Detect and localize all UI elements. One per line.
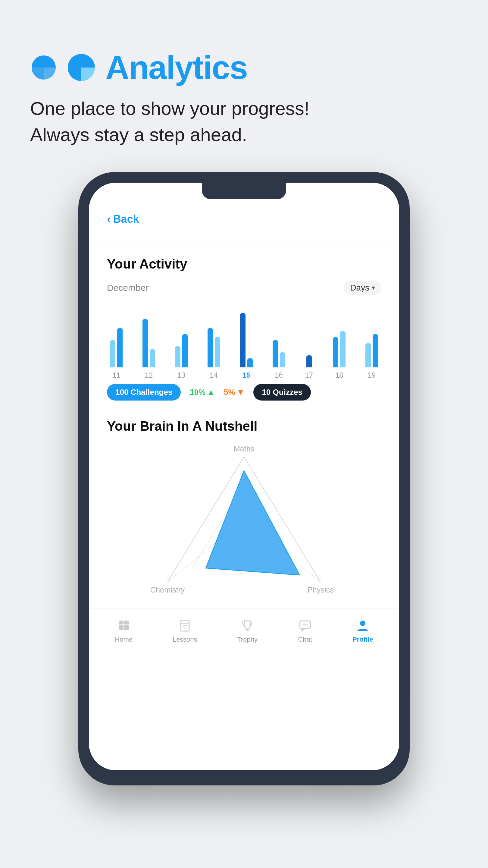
stats-row: 100 Challenges 10% ▲ 5% ▼ 10 Quizzes [107, 384, 381, 401]
bar-group-14: 14 [207, 307, 220, 379]
nav-label-chat: Chat [298, 636, 312, 644]
bar-group-15-active: 15 [240, 307, 253, 379]
back-chevron-icon: ‹ [107, 213, 111, 226]
bar-group-12: 12 [142, 307, 155, 379]
bar-group-11: 11 [110, 307, 123, 379]
nav-item-lessons[interactable]: Lessons [173, 618, 197, 644]
nav-item-profile[interactable]: Profile [352, 618, 373, 644]
brain-section: Your Brain In A Nutshell [107, 418, 381, 599]
bar-label: 11 [112, 371, 121, 379]
bar-label: 18 [335, 371, 344, 379]
bar-label-active: 15 [242, 371, 250, 379]
brain-chart: Maths Chemistry Physics [107, 443, 381, 599]
bar-label: 17 [305, 371, 313, 379]
bar [175, 346, 181, 367]
svg-text:Chemistry: Chemistry [150, 585, 185, 594]
phone-mockup-container: ‹ Back Your Activity December Days ▾ [30, 172, 458, 785]
bar [207, 328, 213, 367]
arrow-down-icon: ▼ [237, 388, 245, 397]
chat-icon [298, 618, 313, 633]
profile-icon [355, 618, 370, 633]
nav-label-home: Home [115, 636, 133, 644]
bar [333, 337, 338, 367]
svg-text:Physics: Physics [307, 585, 334, 594]
analytics-pie-icon [66, 53, 96, 83]
svg-rect-14 [124, 621, 129, 624]
bar [247, 358, 253, 367]
back-button[interactable]: ‹ Back [107, 207, 381, 226]
nav-item-home[interactable]: Home [115, 618, 133, 644]
screen-content: ‹ Back Your Activity December Days ▾ [89, 183, 399, 609]
activity-title: Your Activity [107, 256, 381, 272]
bar-group-13: 13 [175, 307, 188, 379]
bottom-nav: Home Lessons [89, 609, 399, 655]
days-text: Days [350, 283, 369, 293]
days-selector[interactable]: Days ▾ [344, 281, 381, 295]
month-label: December [107, 283, 149, 293]
bar-group-16: 16 [272, 307, 285, 379]
bar [340, 331, 346, 367]
bar [365, 343, 371, 367]
nav-label-lessons: Lessons [173, 636, 197, 644]
change-up-stat: 10% ▲ [190, 388, 215, 397]
svg-rect-13 [119, 621, 124, 624]
bar-group-19: 19 [365, 307, 378, 379]
bar [182, 334, 188, 367]
bar-label: 16 [275, 371, 283, 379]
analytics-pie-icon [30, 54, 57, 81]
bar [110, 340, 116, 367]
nav-label-trophy: Trophy [237, 636, 258, 644]
quizzes-badge: 10 Quizzes [253, 384, 311, 401]
book-icon [177, 618, 193, 633]
svg-rect-11 [119, 625, 124, 630]
svg-marker-7 [206, 470, 300, 575]
bar [280, 352, 285, 367]
header-section: Analytics [30, 48, 458, 87]
bar [117, 328, 123, 367]
bar-chart: 11 12 [107, 307, 381, 379]
page-container: Analytics One place to show your progres… [0, 0, 488, 868]
bar [215, 337, 220, 367]
chevron-down-icon: ▾ [372, 284, 375, 292]
bar [272, 340, 278, 367]
bar-label: 14 [210, 371, 218, 379]
challenges-badge: 100 Challenges [107, 384, 181, 401]
svg-rect-21 [300, 621, 311, 629]
phone-frame: ‹ Back Your Activity December Days ▾ [78, 172, 410, 785]
nav-item-trophy[interactable]: Trophy [237, 618, 258, 644]
bar-group-18: 18 [333, 307, 346, 379]
brain-title: Your Brain In A Nutshell [107, 418, 381, 434]
arrow-up-icon: ▲ [207, 388, 215, 397]
bar [372, 334, 378, 367]
phone-screen: ‹ Back Your Activity December Days ▾ [89, 183, 399, 770]
bar [150, 349, 155, 367]
bar-label: 12 [145, 371, 153, 379]
divider [89, 241, 399, 241]
subtitle-text: One place to show your progress! Always … [30, 96, 458, 148]
bar-label: 13 [177, 371, 185, 379]
phone-notch [202, 183, 286, 199]
activity-header: December Days ▾ [107, 281, 381, 295]
bar [306, 355, 312, 367]
home-icon [116, 618, 131, 633]
radar-chart-svg: Maths Chemistry Physics [108, 443, 380, 599]
bar [142, 319, 148, 367]
bar-label: 19 [368, 371, 376, 379]
page-title: Analytics [105, 48, 247, 87]
nav-item-chat[interactable]: Chat [298, 618, 313, 644]
svg-rect-12 [124, 625, 129, 630]
svg-text:Maths: Maths [233, 444, 254, 453]
change-down-stat: 5% ▼ [224, 388, 244, 397]
trophy-icon [240, 618, 255, 633]
bar [240, 313, 246, 367]
bar-group-17: 17 [305, 307, 313, 379]
svg-point-24 [360, 621, 365, 626]
nav-label-profile: Profile [352, 636, 373, 644]
